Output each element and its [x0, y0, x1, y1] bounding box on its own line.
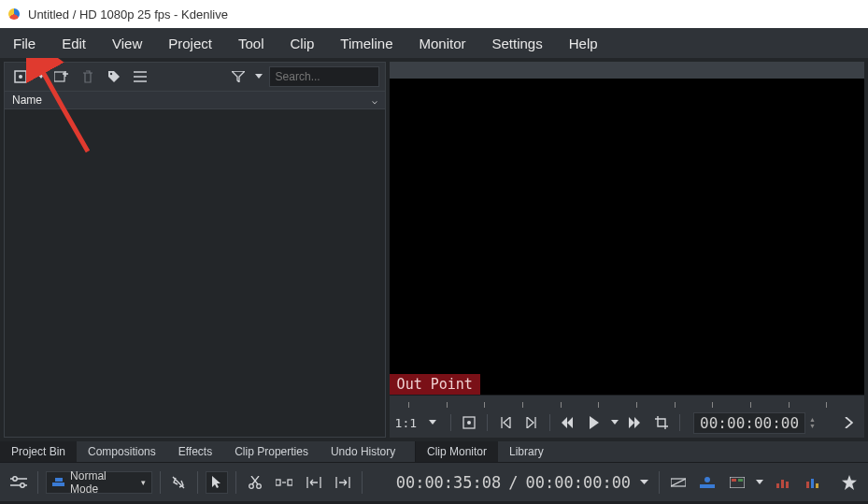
svg-rect-17 [730, 477, 745, 488]
menu-tool[interactable]: Tool [225, 30, 277, 57]
monitor-titlebar[interactable] [390, 62, 864, 79]
svg-point-11 [256, 483, 261, 488]
overwrite-zone-icon[interactable] [332, 471, 354, 494]
column-name-label: Name [12, 94, 42, 107]
tab-library[interactable]: Library [498, 441, 555, 462]
zoom-ratio-label[interactable]: 1:1 [395, 416, 417, 430]
cut-icon[interactable] [244, 471, 266, 494]
svg-point-6 [13, 476, 17, 480]
edit-mode-selector[interactable]: Normal Mode ▾ [46, 471, 152, 494]
goto-start-icon[interactable] [495, 412, 516, 433]
menu-file[interactable]: File [0, 30, 49, 57]
crop-icon[interactable] [651, 412, 672, 433]
svg-point-1 [19, 75, 22, 79]
play-dropdown-icon[interactable] [610, 412, 619, 433]
spacer-icon[interactable] [273, 471, 295, 494]
timeline-toolbar: Normal Mode ▾ 00:00:35:08 / 00:00:00:00 [0, 462, 868, 501]
forward-icon[interactable] [625, 412, 646, 433]
tab-compositions[interactable]: Compositions [77, 441, 167, 462]
add-clip-icon[interactable] [51, 66, 72, 87]
svg-rect-12 [276, 480, 280, 485]
svg-rect-22 [786, 482, 789, 488]
chevron-down-icon: ⌵ [372, 95, 377, 106]
menu-project[interactable]: Project [155, 30, 225, 57]
play-icon[interactable] [584, 412, 605, 433]
marker-blue-icon[interactable] [696, 471, 719, 494]
bin-dropdown-icon[interactable] [36, 66, 46, 87]
monitor-canvas[interactable]: Out Point [390, 79, 864, 395]
mode-icon [52, 478, 65, 487]
svg-point-16 [704, 477, 710, 482]
svg-rect-21 [781, 480, 784, 488]
insert-zone-icon[interactable] [303, 471, 325, 494]
clip-monitor-panel: Out Point 1:1 00:00:00:00 ▲▼ [390, 62, 864, 438]
filter-icon[interactable] [228, 66, 249, 87]
tab-project-bin[interactable]: Project Bin [0, 441, 77, 462]
tag-icon[interactable] [104, 66, 124, 87]
svg-rect-13 [288, 480, 292, 485]
preview-dropdown-icon[interactable] [756, 471, 765, 494]
tab-clip-properties[interactable]: Clip Properties [223, 441, 320, 462]
svg-rect-20 [776, 483, 779, 488]
svg-rect-19 [738, 479, 743, 482]
mix-icon[interactable] [667, 471, 690, 494]
tab-effects[interactable]: Effects [167, 441, 223, 462]
menu-clip[interactable]: Clip [277, 30, 328, 57]
menu-view[interactable]: View [99, 30, 155, 57]
monitor-more-icon[interactable] [838, 412, 859, 433]
timeline-dropdown-icon[interactable] [638, 471, 651, 494]
svg-rect-8 [52, 482, 65, 486]
mode-label: Normal Mode [70, 469, 135, 496]
menu-edit[interactable]: Edit [49, 30, 99, 57]
svg-rect-15 [700, 484, 715, 488]
menu-timeline[interactable]: Timeline [327, 30, 406, 57]
out-point-badge: Out Point [390, 374, 480, 395]
settings-sliders-icon[interactable] [7, 471, 30, 494]
menu-monitor[interactable]: Monitor [406, 30, 478, 57]
workspace: Name ⌵ Out Point 1:1 [0, 58, 868, 441]
bin-column-header[interactable]: Name ⌵ [5, 91, 385, 109]
tab-clip-monitor[interactable]: Clip Monitor [416, 441, 498, 462]
goto-end-icon[interactable] [521, 412, 542, 433]
bin-view-icon[interactable] [10, 66, 31, 87]
svg-rect-9 [55, 478, 63, 482]
selection-tool-icon[interactable] [206, 471, 228, 494]
audio-levels-icon[interactable] [772, 471, 794, 494]
color-bars-icon[interactable] [802, 471, 824, 494]
timeline-duration-timecode: 00:00:00:00 [526, 473, 632, 492]
monitor-ruler[interactable] [390, 395, 864, 408]
favorite-icon[interactable] [838, 471, 861, 494]
search-input[interactable] [269, 66, 379, 87]
svg-rect-25 [816, 483, 818, 488]
menu-help[interactable]: Help [556, 30, 611, 57]
project-bin-panel: Name ⌵ [4, 62, 386, 438]
bin-list-area[interactable] [5, 109, 385, 437]
monitor-timecode[interactable]: 00:00:00:00 [693, 412, 805, 434]
monitor-controls: 1:1 00:00:00:00 ▲▼ [390, 408, 864, 438]
svg-rect-24 [811, 479, 814, 488]
menubar: File Edit View Project Tool Clip Timelin… [0, 28, 868, 58]
set-zone-icon[interactable] [459, 412, 479, 433]
filter-dropdown-icon[interactable] [254, 66, 263, 87]
timeline-position-timecode[interactable]: 00:00:35:08 [396, 473, 502, 492]
delete-clip-icon[interactable] [78, 66, 98, 87]
hamburger-icon[interactable] [130, 66, 150, 87]
titlebar: Untitled / HD 1080p 25 fps - Kdenlive [0, 0, 868, 28]
enable-track-icon[interactable] [168, 471, 191, 494]
svg-rect-18 [732, 479, 736, 482]
timecode-spinner[interactable]: ▲▼ [809, 416, 816, 429]
svg-point-10 [249, 483, 253, 488]
bin-toolbar [5, 63, 385, 91]
timecode-separator: / [508, 473, 518, 492]
zoom-dropdown-icon[interactable] [422, 412, 443, 433]
app-logo-icon [6, 6, 22, 22]
svg-point-7 [21, 482, 24, 486]
preview-render-icon[interactable] [726, 471, 748, 494]
tab-undo-history[interactable]: Undo History [320, 441, 406, 462]
svg-rect-23 [806, 482, 809, 488]
chevron-down-icon: ▾ [141, 478, 146, 487]
rewind-icon[interactable] [558, 412, 578, 433]
panel-tabrow: Project Bin Compositions Effects Clip Pr… [0, 441, 868, 462]
menu-settings[interactable]: Settings [479, 30, 556, 57]
svg-point-5 [467, 421, 471, 425]
